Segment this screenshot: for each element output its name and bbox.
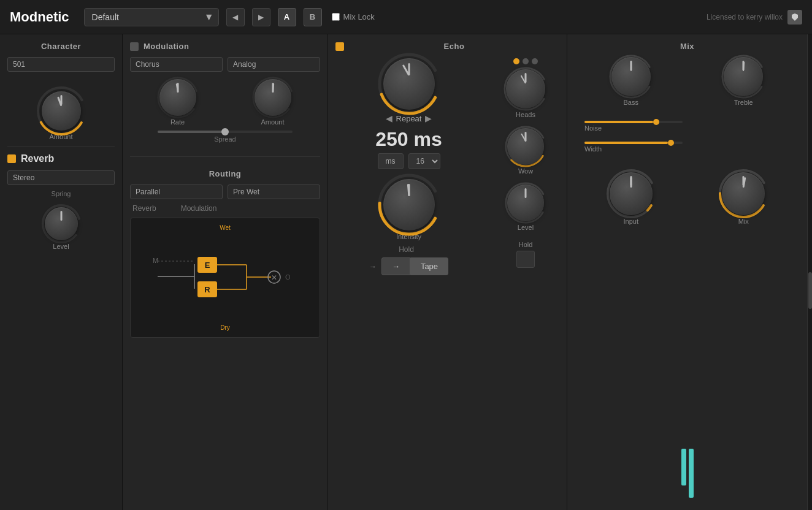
mix-title: Mix xyxy=(575,42,800,51)
wow-knob[interactable] xyxy=(507,128,544,165)
mix-knob[interactable] xyxy=(722,172,765,215)
character-amount-knob[interactable] xyxy=(42,91,81,131)
reverb-level-knob[interactable] xyxy=(45,207,78,240)
echo-intensity-knob-wrap[interactable] xyxy=(383,179,435,230)
mix-top-knobs: Bass Treble xyxy=(575,57,800,106)
mod-mode-dropdown[interactable]: Analog xyxy=(228,57,320,72)
time-unit-btn[interactable]: ms xyxy=(378,153,404,169)
hold-button[interactable] xyxy=(516,251,535,268)
mix-knob-container: Mix xyxy=(722,172,765,225)
b-button[interactable]: B xyxy=(304,8,322,26)
brand-icon xyxy=(787,10,802,25)
routing-tab-reverb[interactable]: Reverb xyxy=(132,204,156,213)
mix-lock-label: Mix Lock xyxy=(343,12,375,21)
noise-slider-thumb[interactable] xyxy=(653,119,659,125)
bass-knob[interactable] xyxy=(611,57,651,96)
license-text: Licensed to kerry willox xyxy=(707,13,783,21)
width-slider-container: Width xyxy=(584,142,790,153)
treble-knob-wrap[interactable] xyxy=(724,57,763,96)
echo-intensity-knob-container: Intensity xyxy=(383,179,435,240)
mix-knob-wrap[interactable] xyxy=(722,172,765,215)
prev-button[interactable]: ◀ xyxy=(226,8,245,26)
input-knob-wrap[interactable] xyxy=(610,172,653,215)
character-title: Character xyxy=(7,42,115,51)
echo-delay-knob-wrap[interactable] xyxy=(383,58,435,110)
svg-text:R: R xyxy=(204,285,210,294)
repeat-next-btn[interactable]: ▶ xyxy=(425,113,432,123)
mix-lock-checkbox[interactable] xyxy=(332,13,340,21)
spread-slider-thumb[interactable] xyxy=(221,128,229,135)
routing-diagram-svg: M E R ✕ O xyxy=(137,234,313,319)
reverb-type-dropdown[interactable]: Stereo xyxy=(7,170,115,185)
character-amount-knob-wrap[interactable] xyxy=(42,91,81,131)
hold-container: Hold xyxy=(516,241,535,268)
mod-amount-knob-wrap[interactable] xyxy=(255,79,291,116)
routing-title: Routing xyxy=(130,169,320,178)
spread-label: Spread xyxy=(214,135,236,143)
echo-delay-knob[interactable] xyxy=(383,58,435,110)
echo-level-knob[interactable] xyxy=(507,185,544,221)
reverb-level-knob-wrap[interactable] xyxy=(45,207,78,240)
mod-dropdowns: Chorus Analog xyxy=(130,57,320,72)
vertical-scrollbar[interactable] xyxy=(807,34,812,510)
spread-slider[interactable] xyxy=(158,131,293,133)
routing-tab-modulation[interactable]: Modulation xyxy=(181,204,217,213)
mod-amount-label: Amount xyxy=(261,118,285,126)
mod-amount-knob[interactable] xyxy=(255,79,291,116)
modulation-knobs-row: Rate Amount xyxy=(130,79,320,126)
echo-toggle[interactable] xyxy=(335,42,344,51)
mod-type-dropdown[interactable]: Chorus xyxy=(130,57,223,72)
scroll-thumb[interactable] xyxy=(808,272,812,309)
echo-intensity-knob[interactable] xyxy=(383,179,435,230)
bass-knob-wrap[interactable] xyxy=(611,57,651,96)
mix-lock-control: Mix Lock xyxy=(332,12,375,21)
time-division-select[interactable]: 16 xyxy=(408,153,440,169)
playback-tape-controls: → Tape xyxy=(381,257,448,275)
head-dot-1 xyxy=(513,58,519,64)
character-amount-knob-container: Amount xyxy=(7,91,115,140)
preset-dropdown[interactable]: Default xyxy=(84,8,219,26)
routing-signal-dropdown[interactable]: Pre Wet xyxy=(228,185,320,199)
noise-slider[interactable] xyxy=(584,121,683,123)
routing-tabs: Reverb Modulation xyxy=(130,204,320,213)
width-slider-thumb[interactable] xyxy=(668,140,674,146)
playback-button[interactable]: → xyxy=(381,257,410,275)
reverb-toggle[interactable] xyxy=(7,154,16,163)
a-button[interactable]: A xyxy=(278,8,296,26)
width-label: Width xyxy=(584,145,790,153)
wow-knob-wrap[interactable] xyxy=(507,128,544,165)
tape-button[interactable]: Tape xyxy=(410,257,448,275)
time-display: 250 ms xyxy=(375,128,442,151)
width-slider[interactable] xyxy=(584,142,683,144)
svg-text:O: O xyxy=(285,273,291,281)
modulation-title: Modulation xyxy=(144,42,189,51)
wow-knob-container: Wow xyxy=(507,128,544,175)
echo-level-knob-container: Level xyxy=(507,185,544,231)
echo-level-knob-wrap[interactable] xyxy=(507,185,544,221)
input-label: Input xyxy=(624,218,638,225)
heads-knob[interactable] xyxy=(506,69,545,108)
hold-label: Hold xyxy=(519,241,533,248)
heads-knob-wrap[interactable] xyxy=(506,69,545,108)
modulation-toggle[interactable] xyxy=(130,42,139,51)
input-knob[interactable] xyxy=(610,172,653,215)
width-slider-row xyxy=(584,142,790,144)
mix-panel: Mix Bass xyxy=(567,34,807,510)
modulation-panel: Modulation Chorus Analog xyxy=(123,34,328,510)
echo-intensity-label: Intensity xyxy=(396,233,421,240)
next-button[interactable]: ▶ xyxy=(252,8,270,26)
character-amount-label: Amount xyxy=(50,133,73,140)
wet-label: Wet xyxy=(137,224,313,231)
echo-left-col: ◀ Repeat ▶ 250 ms ms 16 xyxy=(335,58,482,275)
mod-rate-knob-wrap[interactable] xyxy=(159,79,196,116)
playback-label-text: → xyxy=(369,262,377,271)
main-content: Character 501 Amount Reverb xyxy=(0,34,812,510)
repeat-prev-btn[interactable]: ◀ xyxy=(386,113,393,123)
head-dot-2 xyxy=(523,58,529,64)
character-preset-dropdown[interactable]: 501 xyxy=(7,57,115,72)
repeat-row: ◀ Repeat ▶ xyxy=(386,113,432,123)
routing-mode-dropdown[interactable]: Parallel xyxy=(130,185,223,199)
echo-header: Echo xyxy=(335,42,559,51)
treble-knob[interactable] xyxy=(724,57,763,96)
mod-rate-knob[interactable] xyxy=(159,79,196,116)
